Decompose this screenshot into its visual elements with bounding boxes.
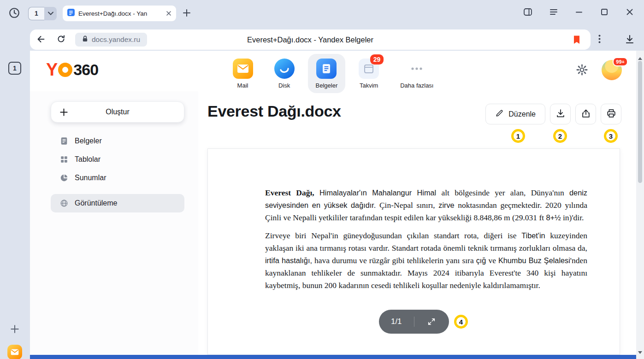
page-indicator: 1/1 (379, 317, 414, 326)
download-button[interactable] (550, 104, 571, 124)
logo-360-text: 360 (73, 60, 98, 79)
docs-favicon-icon (67, 9, 75, 18)
sidebar-item-documents[interactable]: Belgeler (51, 132, 184, 150)
side-strip-tab-counter[interactable]: 1 (8, 62, 21, 75)
lock-icon (82, 35, 88, 44)
service-calendar[interactable]: 29 Takvim (351, 54, 387, 93)
browser-window: 1 Everest+Dağı.docx - Yan docs.yandex.ru… (0, 0, 644, 359)
settings-gear-icon[interactable] (576, 64, 588, 78)
tab-counter[interactable]: 1 (28, 7, 44, 20)
table-grid-icon (60, 155, 68, 164)
sidebar-item-label: Tablolar (75, 155, 100, 164)
scrollbar-thumb[interactable] (638, 61, 642, 183)
mail-icon (233, 59, 253, 79)
share-button[interactable] (575, 104, 596, 124)
service-label: Disk (278, 82, 290, 89)
docs-sidebar: Oluştur Belgeler Tablolar Sunumlar Görü (30, 91, 198, 355)
document-title: Everest Dağı.docx (207, 102, 341, 120)
create-button-label: Oluştur (51, 108, 184, 116)
plus-icon (59, 108, 68, 117)
browser-tab-bar: 1 Everest+Dağı.docx - Yan (0, 0, 644, 27)
callout-badge-3: 3 (604, 129, 618, 143)
sidebar-item-label: Sunumlar (75, 174, 106, 182)
service-disk[interactable]: Disk (266, 54, 302, 93)
edit-button-label: Düzenle (508, 110, 536, 118)
reload-icon (56, 34, 66, 45)
sidebar-item-tables[interactable]: Tablolar (51, 150, 184, 169)
sidebar-item-presentations[interactable]: Sunumlar (51, 169, 184, 187)
service-mail[interactable]: Mail (225, 54, 261, 93)
callout-badge-1: 1 (511, 129, 525, 143)
tab-close-icon[interactable] (166, 11, 171, 16)
clock-icon (8, 7, 20, 20)
scroll-down-arrow-icon[interactable] (638, 347, 642, 356)
page-indicator-pill: 1/1 (379, 310, 449, 334)
yandex-mail-app-icon[interactable] (7, 345, 22, 359)
sidebar-nav: Belgeler Tablolar Sunumlar Görüntüleme (51, 132, 184, 212)
service-label: Mail (237, 82, 248, 89)
back-button[interactable] (36, 34, 46, 46)
service-more[interactable]: Daha fazlası (392, 54, 441, 93)
ellipsis-icon (407, 59, 427, 79)
yandex-360-logo[interactable]: Y 360 (46, 60, 98, 79)
profile-avatar[interactable]: 99+ (602, 60, 622, 80)
service-docs[interactable]: Belgeler (308, 54, 346, 93)
site-domain: docs.yandex.ru (92, 35, 140, 44)
side-strip-add-button[interactable] (10, 324, 20, 335)
notification-badge: 99+ (613, 57, 628, 66)
downloads-icon[interactable] (624, 34, 635, 47)
yandex-docs-page: Y 360 Mail Disk Belgeler (30, 51, 636, 355)
maximize-icon[interactable] (600, 7, 609, 17)
documents-icon (316, 59, 337, 79)
edit-button[interactable]: Düzenle (485, 104, 545, 124)
document-text: Everest Dağı, Himalayalar'ın Mahalangur … (208, 149, 620, 292)
minimize-icon[interactable] (574, 7, 584, 17)
bookmark-icon[interactable] (573, 35, 580, 44)
back-arrow-icon (36, 34, 46, 46)
plus-icon (182, 8, 191, 19)
logo-ring-icon (58, 63, 72, 77)
document-paragraph: Everest Dağı, Himalayalar'ın Mahalangur … (265, 187, 587, 224)
callout-badge-2: 2 (553, 129, 567, 143)
services-nav: Mail Disk Belgeler 29 Takvim (225, 54, 442, 93)
service-label: Daha fazlası (400, 82, 433, 89)
globe-icon (60, 199, 68, 207)
address-bar[interactable]: docs.yandex.ru Everest+Dağı.docx - Yande… (30, 29, 591, 50)
calendar-icon: 29 (359, 59, 379, 79)
callout-badge-4: 4 (454, 315, 468, 329)
tab-title: Everest+Dağı.docx - Yan (78, 10, 162, 17)
bottom-bar (30, 355, 636, 359)
browser-side-strip: 1 ⋯ (0, 27, 30, 359)
more-options-kebab-icon[interactable] (598, 35, 601, 45)
chevron-down-icon[interactable] (44, 7, 57, 20)
document-actions: Düzenle (485, 104, 621, 124)
pencil-icon (495, 109, 504, 119)
close-icon[interactable] (625, 7, 634, 17)
site-domain-pill[interactable]: docs.yandex.ru (75, 33, 147, 47)
side-panel-toggle-icon[interactable] (523, 7, 532, 17)
browser-menu-icon[interactable] (549, 7, 558, 17)
history-button[interactable] (8, 7, 20, 20)
pie-chart-icon (60, 174, 68, 182)
site-header: Y 360 Mail Disk Belgeler (30, 51, 636, 91)
calendar-badge: 29 (370, 54, 384, 65)
print-button[interactable] (601, 104, 621, 124)
disk-icon (274, 59, 295, 79)
page-scrollbar[interactable] (636, 51, 644, 359)
service-label: Takvim (360, 82, 378, 89)
new-tab-button[interactable] (182, 8, 191, 19)
printer-icon (606, 108, 616, 120)
browser-tab[interactable]: Everest+Dağı.docx - Yan (63, 6, 176, 21)
fullscreen-expand-button[interactable] (414, 317, 449, 326)
create-button[interactable]: Oluştur (51, 101, 184, 123)
plus-icon (10, 324, 20, 335)
share-upload-icon (581, 108, 591, 120)
reload-button[interactable] (56, 34, 66, 45)
sidebar-item-viewing[interactable]: Görüntüleme (51, 194, 184, 212)
download-icon (555, 108, 566, 120)
tab-counter-control[interactable]: 1 (28, 7, 57, 20)
document-icon (60, 137, 68, 145)
logo-y-mark: Y (46, 60, 58, 79)
service-label: Belgeler (316, 82, 338, 89)
sidebar-item-label: Belgeler (75, 137, 102, 145)
